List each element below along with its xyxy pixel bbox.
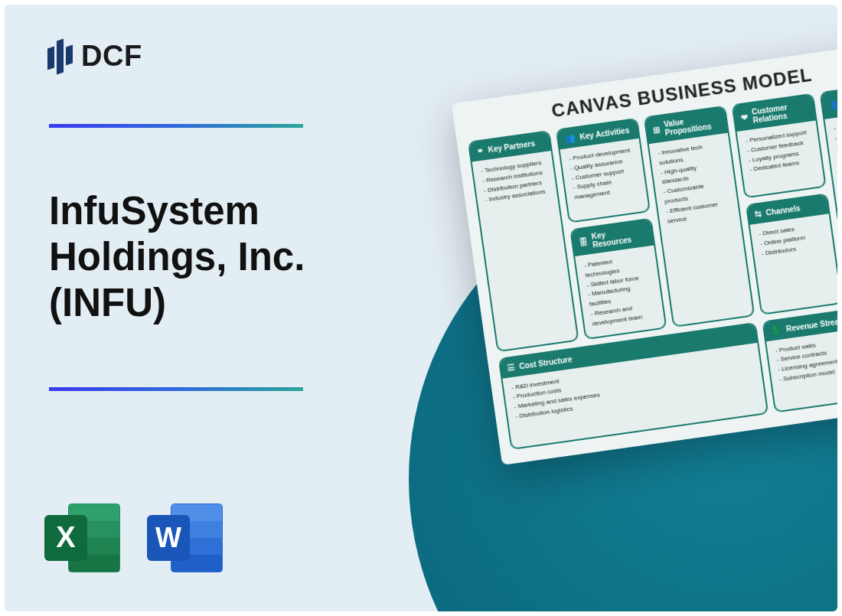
list-item: Hospitals	[833, 116, 837, 134]
divider-top	[49, 124, 303, 128]
block-title: Key Resources	[591, 225, 647, 249]
people-icon: 👥	[564, 132, 576, 144]
svg-text:W: W	[155, 522, 181, 553]
canvas-grid: ⚭Key Partners Technology suppliersResear…	[468, 80, 837, 449]
block-key-resources: 🗄Key Resources Patented technologiesSkil…	[569, 218, 667, 340]
excel-icon: X	[43, 500, 122, 576]
block-title: Value Propositions	[664, 112, 721, 137]
block-title: Customer Relations	[751, 100, 808, 125]
svg-text:X: X	[56, 521, 76, 553]
money-icon: 💲	[770, 324, 782, 336]
block-body: Technology suppliersResearch institution…	[472, 151, 572, 311]
brand-logo: DCF	[47, 37, 142, 75]
route-icon: ⇆	[754, 209, 762, 220]
block-revenue-streams: 💲Revenue Streams Product salesService co…	[762, 297, 837, 412]
divider-bottom	[49, 387, 303, 391]
block-body: Innovative tech solutionsHigh-quality st…	[649, 133, 749, 293]
file-type-icons: X W	[43, 500, 225, 576]
block-title: Key Partners	[488, 139, 536, 154]
brand-name: DCF	[81, 40, 142, 73]
block-customer-relations: ❤Customer Relations Personalized support…	[732, 93, 827, 199]
database-icon: 🗄	[579, 237, 589, 247]
block-title: Cost Structure	[519, 354, 573, 370]
link-icon: ⚭	[476, 145, 485, 156]
grid-icon: ⊞	[652, 124, 661, 135]
block-body: Patented technologiesSkilled labor force…	[575, 246, 665, 338]
block-body: Product developmentQuality assuranceCust…	[560, 139, 648, 215]
block-title: Channels	[765, 204, 801, 217]
block-body: Personalized supportCustomer feedbackLoy…	[737, 121, 825, 197]
sliders-icon: ☰	[507, 362, 516, 373]
users-icon: 👤	[828, 99, 837, 111]
block-title: Key Activities	[579, 126, 630, 142]
heart-icon: ❤	[740, 112, 749, 122]
block-channels: ⇆Channels Direct salesOnline platformDis…	[746, 193, 837, 315]
canvas-mockup: CANVAS BUSINESS MODEL ⚭Key Partners Tech…	[452, 40, 837, 464]
block-title: Revenue Streams	[785, 315, 837, 333]
page-title: InfuSystem Holdings, Inc. (INFU)	[49, 188, 370, 327]
promo-card: DCF InfuSystem Holdings, Inc. (INFU) X	[5, 5, 837, 611]
block-body: Direct salesOnline platformDistributors	[750, 213, 837, 290]
logo-mark-icon	[47, 37, 73, 75]
block-key-activities: 👥Key Activities Product developmentQuali…	[556, 118, 651, 223]
word-icon: W	[145, 500, 225, 576]
